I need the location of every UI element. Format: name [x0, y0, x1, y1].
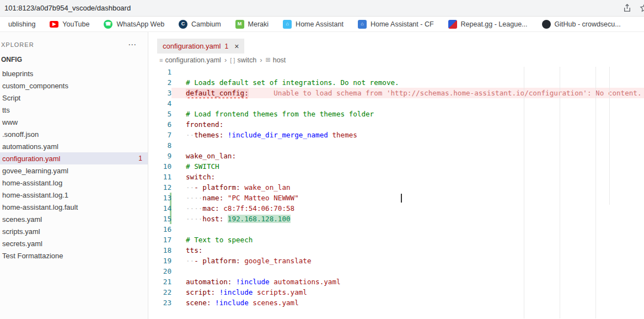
bookmark-item[interactable]: GitHub - crowdsecu... [535, 17, 628, 31]
bookmark-item[interactable]: ☎WhatsApp Web [96, 17, 171, 31]
code-line-17[interactable]: 17# Text to speech [148, 235, 644, 245]
line-content: # Loads default set of integrations. Do … [171, 77, 644, 88]
file-item-script[interactable]: Script [0, 92, 148, 104]
meraki-favicon-icon: M [235, 20, 244, 29]
explorer-more-actions-icon[interactable]: ⋯ [128, 40, 137, 50]
file-item-blueprints[interactable]: blueprints [0, 67, 148, 79]
explorer-section-config[interactable]: ONFIG [0, 56, 148, 66]
file-item-secrets-yaml[interactable]: secrets.yaml [0, 237, 148, 249]
line-number[interactable]: 22 [148, 287, 171, 297]
tab-configuration-yaml[interactable]: configuration.yaml 1 × [157, 39, 244, 54]
code-line-1[interactable]: 1 [148, 67, 644, 77]
line-number[interactable]: 6 [148, 119, 171, 130]
bookmark-item[interactable]: ▶YouTube [42, 17, 96, 31]
line-number[interactable]: 14 [148, 203, 171, 214]
line-number[interactable]: 12 [148, 182, 171, 193]
file-item-test-formattazione[interactable]: Test Formattazione [0, 249, 148, 262]
file-name: automations.yaml [2, 142, 58, 151]
tab-close-icon[interactable]: × [234, 42, 239, 51]
bookmark-item[interactable]: MMeraki [228, 17, 276, 31]
line-content [171, 98, 644, 109]
code-line-5[interactable]: 5# Load frontend themes from the themes … [148, 109, 644, 119]
share-icon[interactable] [622, 3, 632, 13]
breadcrumb-item-switch[interactable]: [ ]switch [230, 56, 256, 64]
code-line-13[interactable]: 13····name: "PC Matteo NEWWW" [148, 193, 644, 203]
file-name: configuration.yaml [2, 155, 61, 163]
line-number[interactable]: 17 [148, 235, 171, 245]
code-line-16[interactable]: 16 [148, 224, 644, 235]
code-line-8[interactable]: 8 [148, 140, 644, 151]
line-number[interactable]: 10 [148, 161, 171, 172]
youtube-favicon-icon: ▶ [50, 21, 58, 28]
url-text[interactable]: 101:8123/a0d7b954_vscode/dashboard [4, 4, 622, 12]
code-line-4[interactable]: 4 [148, 98, 644, 109]
line-number[interactable]: 13 [148, 193, 171, 203]
bookmark-item[interactable]: ⌂Home Assistant [276, 17, 351, 31]
breadcrumb-item-configuration-yaml[interactable]: ≡configuration.yaml [159, 56, 221, 64]
line-number[interactable]: 21 [148, 277, 171, 287]
code-line-15[interactable]: 15····host: 192.168.128.100 [148, 214, 644, 224]
text-cursor [401, 194, 402, 203]
file-item-automations-yaml[interactable]: automations.yaml [0, 140, 148, 152]
code-line-21[interactable]: 21automation: !include automations.yaml [148, 277, 644, 287]
code-line-3[interactable]: 3default_config: Unable to load schema f… [148, 88, 644, 98]
line-number[interactable]: 16 [148, 224, 171, 235]
file-item-home-assistant-log[interactable]: home-assistant.log [0, 177, 148, 189]
editor-ruler [524, 67, 524, 318]
bookmark-item[interactable]: ⌂Home Assistant - CF [351, 17, 441, 31]
code-line-11[interactable]: 11switch: [148, 172, 644, 182]
line-number[interactable]: 4 [148, 98, 171, 109]
file-item-home-assistant-log-1[interactable]: home-assistant.log.1 [0, 189, 148, 201]
line-number[interactable]: 9 [148, 151, 171, 161]
file-item-scenes-yaml[interactable]: scenes.yaml [0, 213, 148, 225]
line-number[interactable]: 20 [148, 266, 171, 277]
file-name: Test Formattazione [2, 252, 63, 260]
file-item--sonoff-json[interactable]: .sonoff.json [0, 128, 148, 140]
code-line-23[interactable]: 23scene: !include scenes.yaml [148, 297, 644, 308]
line-number[interactable]: 3 [148, 88, 171, 98]
bookmark-item[interactable]: Repeat.gg - League... [441, 17, 535, 31]
code-line-2[interactable]: 2# Loads default set of integrations. Do… [148, 77, 644, 88]
code-line-19[interactable]: 19··- platform: google_translate [148, 256, 644, 266]
line-number[interactable]: 2 [148, 77, 171, 88]
file-name: www [2, 118, 18, 126]
line-number[interactable]: 1 [148, 67, 171, 77]
bookmark-item[interactable]: CCambium [171, 17, 228, 31]
bookmark-label: Home Assistant [296, 20, 344, 28]
file-item-scripts-yaml[interactable]: scripts.yaml [0, 225, 148, 237]
line-content [171, 224, 644, 235]
bookmark-label: Repeat.gg - League... [461, 20, 528, 28]
file-name: scripts.yaml [2, 227, 40, 236]
browser-url-bar: 101:8123/a0d7b954_vscode/dashboard [0, 0, 644, 17]
code-line-6[interactable]: 6frontend: [148, 119, 644, 130]
code-line-10[interactable]: 10# SWITCH [148, 161, 644, 172]
line-content: scene: !include scenes.yaml [171, 297, 644, 308]
file-item-tts[interactable]: tts [0, 104, 148, 116]
line-number[interactable]: 8 [148, 140, 171, 151]
file-item-govee-learning-yaml[interactable]: govee_learning.yaml [0, 164, 148, 177]
line-number[interactable]: 15 [148, 214, 171, 224]
line-number[interactable]: 19 [148, 256, 171, 266]
line-content [171, 140, 644, 151]
code-line-14[interactable]: 14····mac: c8:7f:54:06:70:58 [148, 203, 644, 214]
bookmark-item[interactable]: ublishing [1, 17, 42, 31]
line-content: ····host: 192.168.128.100 [171, 214, 644, 224]
file-item-home-assistant-log-fault[interactable]: home-assistant.log.fault [0, 201, 148, 213]
file-item-custom-components[interactable]: custom_components [0, 79, 148, 92]
line-number[interactable]: 7 [148, 130, 171, 140]
code-line-12[interactable]: 12··- platform: wake_on_lan [148, 182, 644, 193]
code-line-9[interactable]: 9wake_on_lan: [148, 151, 644, 161]
breadcrumb-separator: › [224, 56, 227, 64]
line-number[interactable]: 18 [148, 245, 171, 256]
file-item-www[interactable]: www [0, 116, 148, 128]
line-number[interactable]: 23 [148, 297, 171, 308]
code-line-20[interactable]: 20 [148, 266, 644, 277]
favorites-star-icon[interactable] [640, 3, 644, 13]
code-line-7[interactable]: 7··themes: !include_dir_merge_named them… [148, 130, 644, 140]
line-number[interactable]: 5 [148, 109, 171, 119]
line-number[interactable]: 11 [148, 172, 171, 182]
code-line-22[interactable]: 22script: !include scripts.yaml [148, 287, 644, 297]
breadcrumb-item-host[interactable]: ⊞host [265, 56, 286, 64]
code-line-18[interactable]: 18tts: [148, 245, 644, 256]
file-item-configuration-yaml[interactable]: configuration.yaml1 [0, 152, 148, 164]
